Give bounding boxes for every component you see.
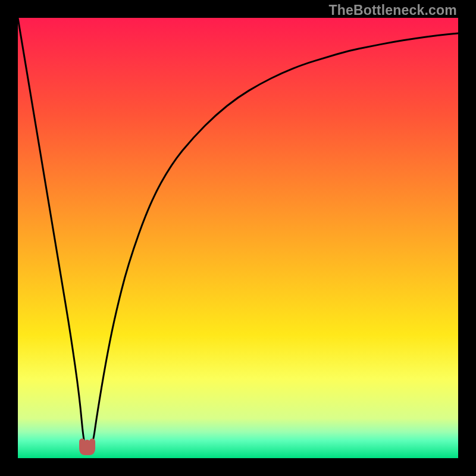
watermark-text: TheBottleneck.com (328, 2, 457, 18)
plot-area (18, 18, 458, 458)
bottleneck-curve (18, 18, 458, 448)
outer-frame: TheBottleneck.com (0, 0, 476, 476)
trough-marker (82, 441, 92, 452)
curve-layer (18, 18, 458, 458)
